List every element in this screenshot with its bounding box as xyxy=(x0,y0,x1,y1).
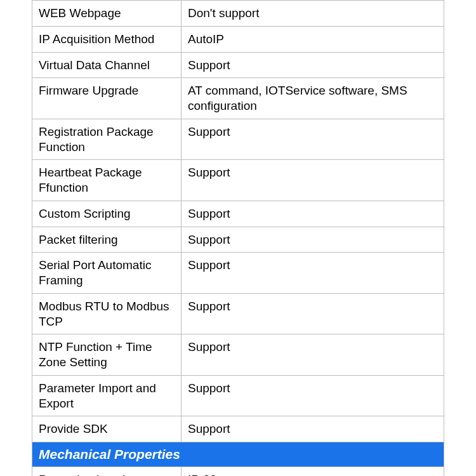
row-value: Support xyxy=(182,52,444,78)
row-value: IP-30 xyxy=(182,467,444,476)
row-label: Serial Port Automatic Framing xyxy=(32,253,182,294)
row-value: Support xyxy=(182,416,444,442)
row-label: IP Acquisition Method xyxy=(32,26,182,52)
row-value: Support xyxy=(182,375,444,416)
row-label: Provide SDK xyxy=(32,416,182,442)
table-row: Modbus RTU to Modbus TCPSupport xyxy=(32,293,444,334)
table-row: Virtual Data ChannelSupport xyxy=(32,52,444,78)
table-row: Registration Package FunctionSupport xyxy=(32,119,444,160)
table-row: Protection LevelIP-30 xyxy=(32,467,444,476)
row-value: Support xyxy=(182,293,444,334)
section-header: Mechanical Properties xyxy=(32,442,444,467)
table-row: IP Acquisition MethodAutoIP xyxy=(32,26,444,52)
table-row: Serial Port Automatic FramingSupport xyxy=(32,253,444,294)
row-label: NTP Function + Time Zone Setting xyxy=(32,334,182,376)
section-header-label: Mechanical Properties xyxy=(32,442,444,467)
row-value: Don't support xyxy=(182,1,444,27)
row-label: Custom Scripting xyxy=(32,201,182,227)
row-value: Support xyxy=(182,227,444,253)
table-row: WEB WebpageDon't support xyxy=(32,1,444,27)
row-label: Protection Level xyxy=(32,467,182,476)
row-label: Heartbeat Package Ffunction xyxy=(32,160,182,201)
table-row: Custom ScriptingSupport xyxy=(32,201,444,227)
table-row: Heartbeat Package FfunctionSupport xyxy=(32,160,444,201)
row-label: Parameter Import and Export xyxy=(32,375,182,416)
row-value: Support xyxy=(182,160,444,201)
row-label: WEB Webpage xyxy=(32,1,182,27)
row-value: AT command, IOTService software, SMS con… xyxy=(182,78,444,119)
table-row: NTP Function + Time Zone SettingSupport xyxy=(32,334,444,376)
row-label: Packet filtering xyxy=(32,227,182,253)
row-value: AutoIP xyxy=(182,26,444,52)
row-label: Firmware Upgrade xyxy=(32,78,182,119)
row-value: Support xyxy=(182,253,444,294)
row-label: Virtual Data Channel xyxy=(32,52,182,78)
spec-table: WEB WebpageDon't supportIP Acquisition M… xyxy=(32,0,444,476)
table-row: Parameter Import and ExportSupport xyxy=(32,375,444,416)
table-row: Packet filteringSupport xyxy=(32,227,444,253)
row-value: Support xyxy=(182,201,444,227)
row-value: Support xyxy=(182,334,444,376)
row-label: Registration Package Function xyxy=(32,119,182,160)
table-row: Firmware UpgradeAT command, IOTService s… xyxy=(32,78,444,119)
table-row: Provide SDKSupport xyxy=(32,416,444,442)
row-value: Support xyxy=(182,119,444,160)
row-label: Modbus RTU to Modbus TCP xyxy=(32,293,182,334)
